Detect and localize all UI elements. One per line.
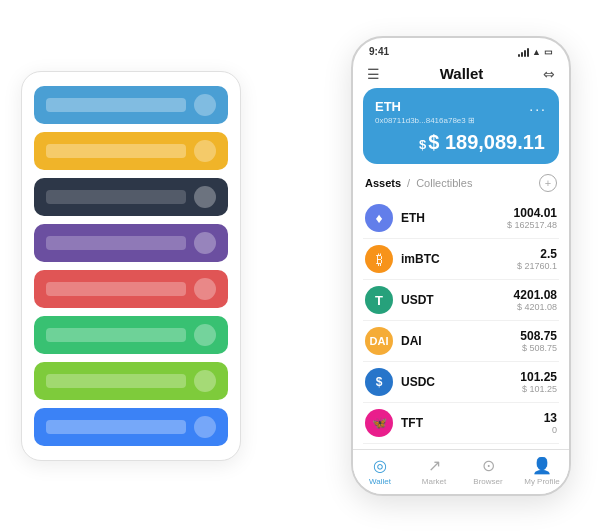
eth-menu-dots[interactable]: ... <box>529 98 547 114</box>
eth-amount: 1004.01 <box>507 206 557 220</box>
scene: 9:41 ▲ ▭ ☰ Wallet ⇔ ETH <box>11 11 591 521</box>
list-item[interactable] <box>34 316 228 354</box>
battery-icon: ▭ <box>544 47 553 57</box>
usdt-usd: $ 4201.08 <box>514 302 557 312</box>
add-asset-button[interactable]: + <box>539 174 557 192</box>
card-stack <box>21 71 241 461</box>
asset-list: ♦ ETH 1004.01 $ 162517.48 ₿ imBTC 2.5 <box>363 198 559 444</box>
imbtc-logo: ₿ <box>365 245 393 273</box>
expand-icon[interactable]: ⇔ <box>543 66 555 82</box>
list-item[interactable] <box>34 132 228 170</box>
eth-symbol: ETH <box>375 99 401 114</box>
status-bar: 9:41 ▲ ▭ <box>353 38 569 61</box>
status-time: 9:41 <box>369 46 389 57</box>
list-item[interactable] <box>34 86 228 124</box>
tft-usd: 0 <box>544 425 557 435</box>
app-header: ☰ Wallet ⇔ <box>353 61 569 88</box>
browser-nav-label: Browser <box>473 477 502 486</box>
imbtc-amount: 2.5 <box>517 247 557 261</box>
signal-icon <box>518 47 529 57</box>
list-item[interactable] <box>34 408 228 446</box>
assets-tabs: Assets / Collectibles <box>365 177 472 189</box>
imbtc-usd: $ 21760.1 <box>517 261 557 271</box>
asset-name-eth: ETH <box>401 211 425 225</box>
usdc-logo: $ <box>365 368 393 396</box>
asset-name-tft: TFT <box>401 416 423 430</box>
phone-content: ETH ... 0x08711d3b...8416a78e3 ⊞ $$ 189,… <box>353 88 569 449</box>
eth-wallet-card[interactable]: ETH ... 0x08711d3b...8416a78e3 ⊞ $$ 189,… <box>363 88 559 164</box>
usdc-usd: $ 101.25 <box>520 384 557 394</box>
wallet-nav-label: Wallet <box>369 477 391 486</box>
usdt-amount: 4201.08 <box>514 288 557 302</box>
list-item[interactable] <box>34 362 228 400</box>
nav-browser[interactable]: ⊙ Browser <box>461 456 515 486</box>
asset-name-dai: DAI <box>401 334 422 348</box>
menu-icon[interactable]: ☰ <box>367 66 380 82</box>
profile-nav-icon: 👤 <box>532 456 552 475</box>
asset-row-imbtc[interactable]: ₿ imBTC 2.5 $ 21760.1 <box>363 239 559 280</box>
asset-name-usdc: USDC <box>401 375 435 389</box>
asset-name-usdt: USDT <box>401 293 434 307</box>
status-icons: ▲ ▭ <box>518 47 553 57</box>
market-nav-label: Market <box>422 477 446 486</box>
tab-assets[interactable]: Assets <box>365 177 401 189</box>
list-item[interactable] <box>34 270 228 308</box>
list-item[interactable] <box>34 178 228 216</box>
tab-collectibles[interactable]: Collectibles <box>416 177 472 189</box>
usdc-amount: 101.25 <box>520 370 557 384</box>
page-title: Wallet <box>440 65 484 82</box>
eth-usd: $ 162517.48 <box>507 220 557 230</box>
usdt-logo: T <box>365 286 393 314</box>
profile-nav-label: My Profile <box>524 477 560 486</box>
tft-amount: 13 <box>544 411 557 425</box>
wallet-nav-icon: ◎ <box>373 456 387 475</box>
market-nav-icon: ↗ <box>428 456 441 475</box>
eth-card-header: ETH ... <box>375 98 547 114</box>
nav-profile[interactable]: 👤 My Profile <box>515 456 569 486</box>
assets-section-header: Assets / Collectibles + <box>363 174 559 192</box>
browser-nav-icon: ⊙ <box>482 456 495 475</box>
asset-row-eth[interactable]: ♦ ETH 1004.01 $ 162517.48 <box>363 198 559 239</box>
asset-row-dai[interactable]: DAI DAI 508.75 $ 508.75 <box>363 321 559 362</box>
nav-market[interactable]: ↗ Market <box>407 456 461 486</box>
eth-balance: $$ 189,089.11 <box>375 131 547 154</box>
wifi-icon: ▲ <box>532 47 541 57</box>
eth-logo: ♦ <box>365 204 393 232</box>
tab-separator: / <box>407 177 410 189</box>
eth-address: 0x08711d3b...8416a78e3 ⊞ <box>375 116 547 125</box>
asset-row-tft[interactable]: 🦋 TFT 13 0 <box>363 403 559 444</box>
asset-name-imbtc: imBTC <box>401 252 440 266</box>
bottom-navigation: ◎ Wallet ↗ Market ⊙ Browser 👤 My Profile <box>353 449 569 494</box>
asset-row-usdc[interactable]: $ USDC 101.25 $ 101.25 <box>363 362 559 403</box>
asset-row-usdt[interactable]: T USDT 4201.08 $ 4201.08 <box>363 280 559 321</box>
dai-logo: DAI <box>365 327 393 355</box>
nav-wallet[interactable]: ◎ Wallet <box>353 456 407 486</box>
dai-usd: $ 508.75 <box>520 343 557 353</box>
list-item[interactable] <box>34 224 228 262</box>
phone: 9:41 ▲ ▭ ☰ Wallet ⇔ ETH <box>351 36 571 496</box>
dai-amount: 508.75 <box>520 329 557 343</box>
currency-symbol: $ <box>419 137 426 152</box>
tft-logo: 🦋 <box>365 409 393 437</box>
